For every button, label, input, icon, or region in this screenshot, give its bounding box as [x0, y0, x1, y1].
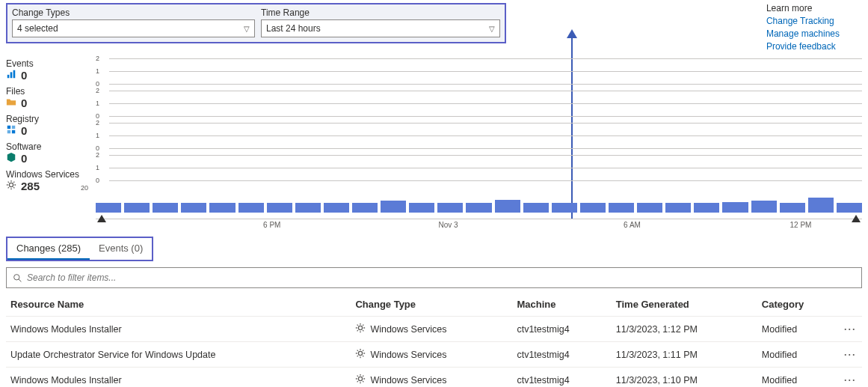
search-input[interactable] — [27, 272, 855, 283]
category-count: 0 — [21, 69, 27, 82]
search-icon — [13, 273, 22, 283]
cell-machine: ctv1testmig4 — [512, 368, 611, 387]
svg-rect-3 — [7, 126, 10, 129]
chart-bar — [580, 203, 606, 213]
link-provide-feedback[interactable]: Provide feedback — [766, 40, 840, 53]
svg-point-12 — [359, 377, 363, 381]
column-header[interactable]: Change Type — [351, 293, 512, 317]
cell-time: 11/3/2023, 1:12 PM — [612, 317, 757, 342]
gear-icon — [355, 323, 366, 335]
chart-bar — [324, 203, 349, 213]
cell-resource-name: Windows Modules Installer — [6, 368, 351, 387]
registry-icon — [6, 124, 16, 137]
chart-bar — [694, 203, 719, 213]
category-registry[interactable]: Registry0 — [6, 114, 96, 137]
x-axis-label: 6 AM — [624, 221, 641, 229]
category-label: Events — [6, 58, 96, 69]
column-header[interactable]: Category — [757, 293, 840, 317]
chart-bar — [209, 203, 235, 213]
cell-change-type: Windows Services — [351, 368, 512, 387]
svg-point-11 — [359, 352, 363, 356]
svg-point-7 — [9, 183, 13, 187]
chart-bar — [381, 201, 406, 213]
change-types-value: 4 selected — [17, 23, 58, 34]
category-files[interactable]: Files0 — [6, 86, 96, 109]
svg-rect-2 — [13, 70, 16, 79]
cell-category: Modified — [757, 317, 840, 342]
category-software[interactable]: Software0 — [6, 141, 96, 165]
category-count: 0 — [21, 152, 27, 165]
cell-resource-name: Update Orchestrator Service for Windows … — [6, 342, 351, 368]
category-label: Files — [6, 86, 96, 97]
chart-bar — [437, 203, 463, 213]
time-range-label: Time Range — [261, 7, 500, 18]
time-range-value: Last 24 hours — [266, 23, 321, 34]
chart-bar — [124, 203, 150, 213]
svg-rect-4 — [12, 126, 15, 129]
table-row[interactable]: Windows Modules InstallerWindows Service… — [6, 317, 862, 342]
package-icon — [6, 152, 16, 165]
x-axis-label: 12 PM — [790, 221, 812, 229]
chart-bar — [466, 203, 491, 213]
chart-bar — [267, 203, 292, 213]
range-slider-end[interactable] — [852, 215, 861, 222]
link-manage-machines[interactable]: Manage machines — [766, 28, 840, 40]
svg-rect-6 — [12, 130, 15, 133]
change-types-dropdown[interactable]: 4 selected ▽ — [12, 19, 255, 37]
chart-bar — [637, 203, 662, 213]
cell-machine: ctv1testmig4 — [512, 342, 611, 368]
category-label: Registry — [6, 114, 96, 124]
category-label: Software — [6, 141, 96, 152]
category-sidebar: Events0Files0Registry0Software0Windows S… — [6, 58, 96, 232]
chart-bar — [609, 203, 634, 213]
svg-point-8 — [14, 275, 19, 280]
column-header[interactable]: Time Generated — [612, 293, 757, 317]
svg-rect-1 — [10, 73, 13, 79]
x-axis-label: 6 PM — [263, 221, 280, 229]
time-range-dropdown[interactable]: Last 24 hours ▽ — [261, 19, 500, 37]
chart-bar — [181, 203, 206, 213]
search-box[interactable] — [6, 267, 862, 288]
chart-bar — [665, 203, 691, 213]
svg-rect-0 — [7, 75, 10, 78]
chart-bar — [238, 203, 264, 213]
row-more-icon[interactable]: ··· — [844, 324, 856, 335]
chart-bar — [96, 203, 121, 213]
row-more-icon[interactable]: ··· — [844, 375, 856, 386]
cell-time: 11/3/2023, 1:10 PM — [612, 368, 757, 387]
chart-bar — [295, 203, 321, 213]
category-label: Windows Services — [6, 169, 96, 180]
mini-chart-events: 210 — [96, 58, 862, 84]
category-count: 0 — [21, 124, 27, 137]
cell-change-type: Windows Services — [351, 342, 512, 368]
cell-change-type: Windows Services — [351, 317, 512, 342]
chart-bar — [495, 200, 520, 213]
svg-rect-5 — [7, 130, 10, 133]
table-row[interactable]: Update Orchestrator Service for Windows … — [6, 342, 862, 368]
row-more-icon[interactable]: ··· — [844, 350, 856, 360]
category-events[interactable]: Events0 — [6, 58, 96, 82]
category-count: 0 — [21, 97, 27, 109]
mini-chart-files: 210 — [96, 91, 862, 116]
tab-changes[interactable]: Changes (285) — [7, 238, 90, 260]
chart-bar — [352, 203, 378, 213]
filter-panel: Change Types 4 selected ▽ Time Range Las… — [6, 3, 506, 43]
column-header[interactable]: Resource Name — [6, 293, 351, 317]
learn-more-title: Learn more — [766, 3, 840, 13]
chart-bar — [523, 203, 549, 213]
gear-icon — [6, 180, 16, 192]
category-count: 285 — [21, 180, 40, 192]
learn-more-panel: Learn more Change Tracking Manage machin… — [766, 3, 862, 52]
tab-events[interactable]: Events (0) — [90, 238, 152, 260]
chart-area: 210210210210206 PMNov 36 AM12 PM — [96, 58, 862, 232]
change-types-label: Change Types — [12, 7, 255, 18]
mini-chart-registry: 210 — [96, 123, 862, 148]
link-change-tracking[interactable]: Change Tracking — [766, 15, 840, 28]
chart-bar — [409, 203, 434, 213]
cell-time: 11/3/2023, 1:11 PM — [612, 342, 757, 368]
range-slider-start[interactable] — [97, 215, 106, 222]
chart-x-axis: 6 PMNov 36 AM12 PM — [96, 219, 862, 232]
column-header[interactable]: Machine — [512, 293, 611, 317]
table-row[interactable]: Windows Modules InstallerWindows Service… — [6, 368, 862, 387]
chart-icon — [6, 69, 16, 82]
